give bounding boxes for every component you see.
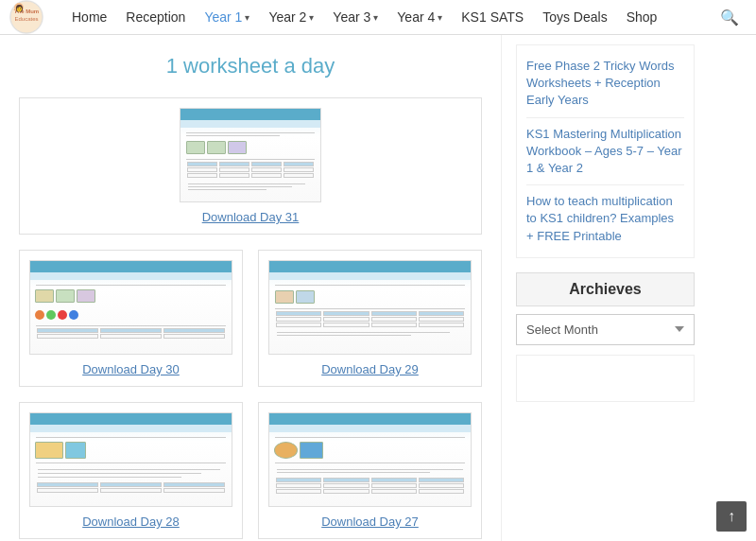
nav-year3[interactable]: Year 3 ▾ <box>323 0 387 35</box>
worksheet-thumb-day27 <box>268 412 472 507</box>
worksheet-thumb-day30 <box>29 260 232 355</box>
sidebar-articles-box: Free Phase 2 Tricky Words Worksheets + R… <box>516 44 695 258</box>
worksheet-thumb-day28 <box>29 412 232 507</box>
nav-year4[interactable]: Year 4 ▾ <box>387 0 452 35</box>
page-wrap: 1 worksheet a day <box>0 35 756 541</box>
main-content: 1 worksheet a day <box>0 35 501 541</box>
worksheet-thumb-day31 <box>180 108 321 202</box>
nav-home[interactable]: Home <box>62 0 116 35</box>
download-day29[interactable]: Download Day 29 <box>321 362 419 376</box>
download-day28[interactable]: Download Day 28 <box>82 515 180 529</box>
main-nav: Home Reception Year 1 ▾ Year 2 ▾ Year 3 … <box>62 0 747 35</box>
nav-year2[interactable]: Year 2 ▾ <box>259 0 323 35</box>
download-day30[interactable]: Download Day 30 <box>82 362 180 376</box>
download-day31[interactable]: Download Day 31 <box>202 210 300 224</box>
year4-chevron-icon: ▾ <box>438 12 442 23</box>
select-month-dropdown[interactable]: Select Month JanuaryFebruaryMarchAprilMa… <box>516 314 695 345</box>
site-header: The Mum Educates 👩 Home Reception Year 1… <box>0 0 756 35</box>
svg-text:Educates: Educates <box>14 16 38 22</box>
sidebar-article-2[interactable]: How to teach multiplication to KS1 child… <box>526 185 684 253</box>
worksheet-day27: Download Day 27 <box>258 402 482 539</box>
nav-ks1sats[interactable]: KS1 SATS <box>452 0 533 35</box>
svg-text:👩: 👩 <box>15 4 24 12</box>
worksheet-day30: Download Day 30 <box>19 250 243 387</box>
worksheet-row-30-29: Download Day 30 <box>19 250 482 387</box>
sidebar-empty-box <box>516 355 695 402</box>
year1-chevron-icon: ▾ <box>245 12 249 23</box>
year2-chevron-icon: ▾ <box>309 12 314 23</box>
page-title: 1 worksheet a day <box>19 54 482 79</box>
archives-section: Archieves Select Month JanuaryFebruaryMa… <box>516 272 695 402</box>
scroll-to-top-button[interactable]: ↑ <box>716 501 747 532</box>
nav-year1[interactable]: Year 1 ▾ <box>195 0 259 35</box>
logo-icon: The Mum Educates 👩 <box>9 0 43 34</box>
site-logo[interactable]: The Mum Educates 👩 <box>9 0 43 34</box>
sidebar: Free Phase 2 Tricky Words Worksheets + R… <box>501 35 709 541</box>
worksheet-thumb-day29 <box>268 260 472 355</box>
worksheet-row-28-27: Download Day 28 <box>19 402 482 539</box>
worksheet-day29: Download Day 29 <box>258 250 482 387</box>
worksheet-day31: Download Day 31 <box>19 97 482 235</box>
sidebar-article-1[interactable]: KS1 Mastering Multiplication Workbook – … <box>526 118 684 186</box>
nav-shop[interactable]: Shop <box>617 0 667 35</box>
worksheet-day28: Download Day 28 <box>19 402 243 539</box>
download-day27[interactable]: Download Day 27 <box>321 515 419 529</box>
search-icon[interactable]: 🔍 <box>713 9 747 26</box>
archives-title: Archieves <box>516 272 695 306</box>
sidebar-article-0[interactable]: Free Phase 2 Tricky Words Worksheets + R… <box>526 50 684 118</box>
nav-reception[interactable]: Reception <box>116 0 195 35</box>
year3-chevron-icon: ▾ <box>373 12 378 23</box>
nav-toys[interactable]: Toys Deals <box>533 0 616 35</box>
